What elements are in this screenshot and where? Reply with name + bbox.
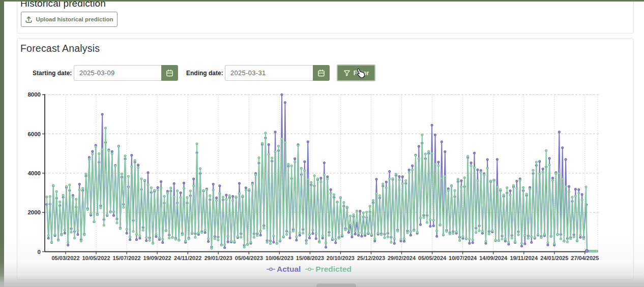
svg-text:05/04/2023: 05/04/2023 [235, 255, 263, 261]
svg-text:05/05/2024: 05/05/2024 [418, 255, 447, 261]
svg-text:05/03/2022: 05/03/2022 [51, 255, 79, 261]
svg-text:6000: 6000 [27, 131, 41, 137]
svg-text:14/09/2024: 14/09/2024 [479, 255, 508, 261]
svg-text:8000: 8000 [27, 91, 41, 98]
svg-text:15/08/2023: 15/08/2023 [296, 255, 324, 261]
svg-text:0: 0 [38, 249, 41, 255]
svg-text:27/04/2025: 27/04/2025 [571, 255, 599, 261]
svg-text:29/02/2024: 29/02/2024 [388, 255, 416, 261]
svg-text:10/07/2024: 10/07/2024 [449, 255, 477, 261]
svg-text:10/06/2023: 10/06/2023 [266, 255, 294, 261]
svg-text:24/11/2022: 24/11/2022 [174, 255, 201, 261]
svg-text:25/12/2023: 25/12/2023 [357, 255, 385, 261]
svg-text:10/05/2022: 10/05/2022 [82, 255, 110, 261]
svg-text:19/11/2024: 19/11/2024 [510, 255, 538, 261]
svg-text:24/01/2025: 24/01/2025 [540, 255, 568, 261]
svg-text:4000: 4000 [27, 170, 41, 176]
svg-text:2000: 2000 [27, 209, 41, 215]
svg-text:20/10/2023: 20/10/2023 [327, 255, 355, 261]
svg-text:15/07/2022: 15/07/2022 [113, 255, 141, 261]
svg-text:29/01/2023: 29/01/2023 [204, 255, 232, 261]
svg-text:19/09/2022: 19/09/2022 [143, 255, 171, 261]
